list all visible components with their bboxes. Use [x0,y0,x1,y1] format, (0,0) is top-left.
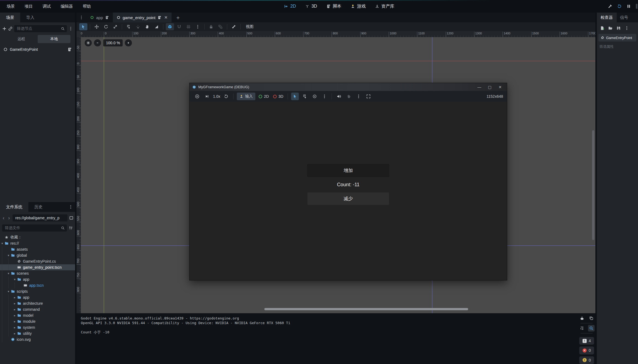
instance-scene-link-icon[interactable] [8,26,13,31]
tab-import[interactable]: 导入 [20,13,40,22]
fs-tree-item[interactable]: ▸utility [0,330,75,336]
filter-nodes-input[interactable]: 筛选节点 [14,25,67,32]
touch-glove-icon[interactable] [345,93,353,100]
chevron-right-icon[interactable]: ▸ [13,302,17,305]
pick-select-button[interactable] [291,93,299,100]
menu-project[interactable]: 项目 [21,2,37,11]
chevron-down-icon[interactable]: ▾ [6,272,11,275]
scene-dock-menu-icon[interactable] [69,26,73,31]
clear-output-icon[interactable] [579,315,585,321]
inspected-object-row[interactable]: GameEntryPoint [598,34,636,42]
next-frame-button[interactable] [203,93,211,100]
horizontal-ruler[interactable]: -100010020030040050060070080090010001100… [81,31,595,37]
fs-tree-item[interactable]: ▾scenes [0,270,75,276]
pan-tool-button[interactable] [143,23,151,30]
scene-tab-app[interactable]: app [86,13,113,22]
save-resource-icon[interactable] [616,26,621,30]
chevron-right-icon[interactable]: ▸ [13,320,17,323]
pause-icon[interactable] [627,4,631,8]
script-icon[interactable] [105,16,109,19]
lock-button[interactable] [207,23,215,30]
nav-back-icon[interactable]: ‹ [2,215,5,221]
list-select-button[interactable] [301,93,309,100]
audio-mute-button[interactable] [335,93,343,100]
game-debug-window[interactable]: MyGFrameworkGame (DEBUG) — ▢ ✕ 1.0x 输入 2… [189,83,507,280]
script-icon[interactable] [158,16,161,19]
tab-filesystem[interactable]: 文件系统 [0,202,28,212]
path-field[interactable]: res://global/game_entry_p [13,214,67,221]
collapse-output-icon[interactable] [579,325,585,332]
bone-button[interactable] [230,23,238,30]
chevron-down-icon[interactable]: ▾ [0,242,4,245]
fs-tree-item[interactable]: ▾scripts [0,288,75,294]
fs-tree-item[interactable]: assets [0,246,75,252]
menu-editor[interactable]: 编辑器 [57,2,77,11]
mode-2d-button[interactable]: 2D [284,4,296,9]
game-window-titlebar[interactable]: MyGFrameworkGame (DEBUG) — ▢ ✕ [190,83,507,91]
snap-options-icon[interactable] [194,23,202,30]
split-view-icon[interactable] [69,216,73,220]
chevron-down-icon[interactable]: ▾ [6,290,11,293]
reload-icon[interactable] [617,4,622,8]
chevron-right-icon[interactable]: ▸ [13,296,17,299]
build-hammer-icon[interactable] [608,4,612,8]
message-count-badge[interactable]: ! 4 [579,337,594,345]
scene-tab-game-entry-point[interactable]: game_entry_point ✕ [113,13,172,22]
add-node-button[interactable] [2,26,7,31]
restart-button[interactable] [222,93,230,100]
ruler-tool-button[interactable] [152,23,161,30]
decrease-button[interactable]: 减少 [307,192,389,205]
tab-scene[interactable]: 场景 [0,13,20,22]
smart-snap-cube-button[interactable] [166,23,174,30]
vertical-scrollbar[interactable] [592,130,594,240]
view-menu-button[interactable]: 视图 [243,24,256,29]
camera-override-button[interactable] [311,93,318,100]
fs-tree-item[interactable]: GameEntryPoint.cs [0,258,75,264]
zoom-out-button[interactable] [94,39,101,46]
load-resource-folder-icon[interactable] [608,26,613,30]
grid-snap-button[interactable] [184,23,193,30]
fs-tree-item[interactable]: icon.svg [0,336,75,342]
fs-tree-item[interactable]: ▸model [0,312,75,318]
filter-files-input[interactable]: 筛选文件 [2,224,67,232]
increase-button[interactable]: 增加 [307,164,389,177]
group-button[interactable] [216,23,225,30]
menu-help[interactable]: 帮助 [79,2,95,11]
speed-label[interactable]: 1.0x [213,94,220,99]
mode-script-button[interactable]: 脚本 [326,4,341,9]
embed-options-icon[interactable] [355,93,362,100]
scale-tool-button[interactable] [111,23,119,30]
error-count-badge[interactable]: ✕ 0 [579,347,594,354]
chevron-right-icon[interactable]: ▸ [13,332,17,335]
list-select-button[interactable] [125,23,133,30]
debug-2d-toggle[interactable]: 2D [258,93,270,100]
tab-inspector[interactable]: 检查器 [597,13,617,22]
debug-3d-toggle[interactable]: 3D [272,93,284,100]
zoom-in-button[interactable] [125,39,132,46]
maximize-icon[interactable]: ▢ [486,84,494,90]
chevron-right-icon[interactable]: ▸ [13,326,17,329]
select-tool-button[interactable] [79,23,87,30]
new-tab-button[interactable]: ＋ [172,13,185,22]
snap-cursor-button[interactable] [134,23,142,30]
fs-tree-item[interactable]: ▸architecture [0,300,75,306]
chevron-down-icon[interactable]: ▾ [13,278,17,281]
tab-history[interactable]: 历史 [28,202,49,212]
menu-debug[interactable]: 调试 [39,2,55,11]
close-icon[interactable]: ✕ [496,84,504,90]
mode-game-button[interactable]: 游戏 [351,4,366,9]
search-output-icon[interactable] [588,325,595,332]
remote-button[interactable]: 远程 [5,35,38,43]
fs-tree-item[interactable]: 收藏： [0,234,75,240]
move-tool-button[interactable] [93,23,101,30]
filesystem-menu-icon[interactable] [69,202,75,212]
attached-script-icon[interactable] [67,47,72,52]
fs-tree-item[interactable]: app.tscn [0,282,75,288]
new-resource-icon[interactable] [600,26,604,30]
fs-tree-item[interactable]: ▸app [0,294,75,300]
minimize-icon[interactable]: — [475,84,483,90]
filter-properties-input[interactable]: 筛选属性 [598,44,636,50]
fs-tree-item[interactable]: game_entry_point.tscn [0,264,75,270]
input-mode-toggle[interactable]: 输入 [237,93,255,100]
sort-files-icon[interactable] [69,226,73,230]
